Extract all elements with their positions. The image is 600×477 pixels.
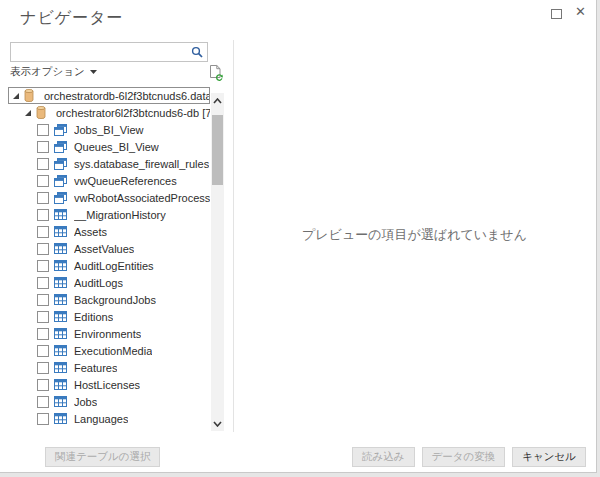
tree-row[interactable]: orchestrator6l2f3btcnuds6-db [76]	[8, 104, 210, 121]
tree-scrollbar[interactable]	[211, 93, 224, 431]
scroll-down-icon[interactable]	[211, 416, 224, 431]
footer-button-group: 読み込み データの変換 キャンセル	[352, 447, 586, 467]
tree-item-label: BackgroundJobs	[74, 294, 156, 306]
chevron-down-icon	[90, 70, 97, 74]
checkbox[interactable]	[37, 226, 49, 238]
tree-item-label: Environments	[74, 328, 141, 340]
search-icon[interactable]	[190, 45, 204, 59]
tree-item-label: __MigrationHistory	[74, 209, 166, 221]
view-icon	[54, 123, 68, 136]
window-controls: ✕	[551, 5, 586, 19]
tree-row[interactable]: __MigrationHistory	[8, 206, 210, 223]
tree-item-label: vwRobotAssociatedProcesses	[74, 192, 210, 204]
table-icon	[54, 242, 68, 255]
tree-item-label: orchestrator6l2f3btcnuds6-db [76]	[56, 107, 210, 119]
table-icon	[54, 344, 68, 357]
tree-item-label: Assets	[74, 226, 107, 238]
tree-row[interactable]: Assets	[8, 223, 210, 240]
checkbox[interactable]	[37, 328, 49, 340]
search-box[interactable]	[10, 42, 208, 62]
navigator-dialog: ナビゲーター ✕ 表示オプション	[0, 0, 597, 473]
restore-icon[interactable]	[551, 9, 562, 19]
tree-row[interactable]: Languages	[8, 410, 210, 427]
table-icon	[54, 276, 68, 289]
tree-row[interactable]: vwRobotAssociatedProcesses	[8, 189, 210, 206]
expand-triangle-icon[interactable]	[12, 92, 20, 100]
tree-item-label: sys.database_firewall_rules	[74, 158, 209, 170]
tree-row[interactable]: Features	[8, 359, 210, 376]
tree-row[interactable]: Environments	[8, 325, 210, 342]
table-icon	[54, 412, 68, 425]
tree-item-label: ExecutionMedia	[74, 345, 152, 357]
checkbox[interactable]	[37, 413, 49, 425]
load-button[interactable]: 読み込み	[352, 447, 415, 467]
checkbox[interactable]	[37, 396, 49, 408]
table-icon	[54, 310, 68, 323]
checkbox[interactable]	[37, 345, 49, 357]
tree-item-label: orchestratordb-6l2f3btcnuds6.database.wi…	[44, 90, 210, 102]
checkbox[interactable]	[37, 294, 49, 306]
checkbox[interactable]	[37, 141, 49, 153]
checkbox[interactable]	[37, 277, 49, 289]
cancel-button[interactable]: キャンセル	[512, 447, 586, 467]
display-options-label: 表示オプション	[10, 65, 85, 79]
view-icon	[54, 174, 68, 187]
scrollbar-thumb[interactable]	[212, 115, 223, 185]
tree-row[interactable]: AuditLogs	[8, 274, 210, 291]
tree-row[interactable]: Jobs_BI_View	[8, 121, 210, 138]
tree-item-label: AuditLogEntities	[74, 260, 154, 272]
transform-data-button[interactable]: データの変換	[422, 447, 506, 467]
tree-item-label: Jobs_BI_View	[74, 124, 144, 136]
table-icon	[54, 327, 68, 340]
table-icon	[54, 293, 68, 306]
checkbox[interactable]	[37, 124, 49, 136]
tree-row[interactable]: AuditLogEntities	[8, 257, 210, 274]
tree-row[interactable]: AssetValues	[8, 240, 210, 257]
tree-row[interactable]: HostLicenses	[8, 376, 210, 393]
dialog-title: ナビゲーター	[20, 8, 124, 29]
tree-row[interactable]: BackgroundJobs	[8, 291, 210, 308]
checkbox[interactable]	[37, 260, 49, 272]
close-icon[interactable]: ✕	[575, 5, 586, 19]
checkbox[interactable]	[37, 243, 49, 255]
checkbox[interactable]	[37, 379, 49, 391]
database-icon	[36, 106, 50, 119]
preview-empty-message: プレビューの項目が選ばれていません	[233, 226, 596, 244]
tree-row[interactable]: sys.database_firewall_rules	[8, 155, 210, 172]
search-input[interactable]	[11, 44, 190, 60]
navigation-tree: orchestratordb-6l2f3btcnuds6.database.wi…	[8, 87, 224, 432]
view-icon	[54, 191, 68, 204]
checkbox[interactable]	[37, 311, 49, 323]
view-icon	[54, 157, 68, 170]
tree-row[interactable]: ExecutionMedia	[8, 342, 210, 359]
tree-row[interactable]: vwQueueReferences	[8, 172, 210, 189]
tree-item-label: Languages	[74, 413, 128, 425]
display-options-dropdown[interactable]: 表示オプション	[10, 65, 97, 79]
tree-item-label: Jobs	[74, 396, 97, 408]
checkbox[interactable]	[37, 362, 49, 374]
tree-item-label: Features	[74, 362, 117, 374]
tree-row[interactable]: orchestratordb-6l2f3btcnuds6.database.wi…	[8, 87, 210, 104]
checkbox[interactable]	[37, 209, 49, 221]
checkbox[interactable]	[37, 192, 49, 204]
checkbox[interactable]	[37, 158, 49, 170]
table-icon	[54, 361, 68, 374]
tree-row[interactable]: Jobs	[8, 393, 210, 410]
tree-row[interactable]: Editions	[8, 308, 210, 325]
table-icon	[54, 259, 68, 272]
checkbox[interactable]	[37, 175, 49, 187]
scroll-up-icon[interactable]	[211, 93, 224, 108]
select-related-tables-button[interactable]: 関連テーブルの選択	[45, 447, 160, 467]
table-icon	[54, 378, 68, 391]
view-icon	[54, 140, 68, 153]
table-icon	[54, 225, 68, 238]
table-icon	[54, 208, 68, 221]
options-row: 表示オプション	[10, 63, 224, 81]
table-icon	[54, 395, 68, 408]
expand-triangle-icon[interactable]	[24, 109, 32, 117]
tree-item-label: HostLicenses	[74, 379, 140, 391]
tree-item-label: AssetValues	[74, 243, 134, 255]
refresh-icon[interactable]	[209, 64, 224, 81]
tree-row[interactable]: Queues_BI_View	[8, 138, 210, 155]
tree-item-label: AuditLogs	[74, 277, 123, 289]
